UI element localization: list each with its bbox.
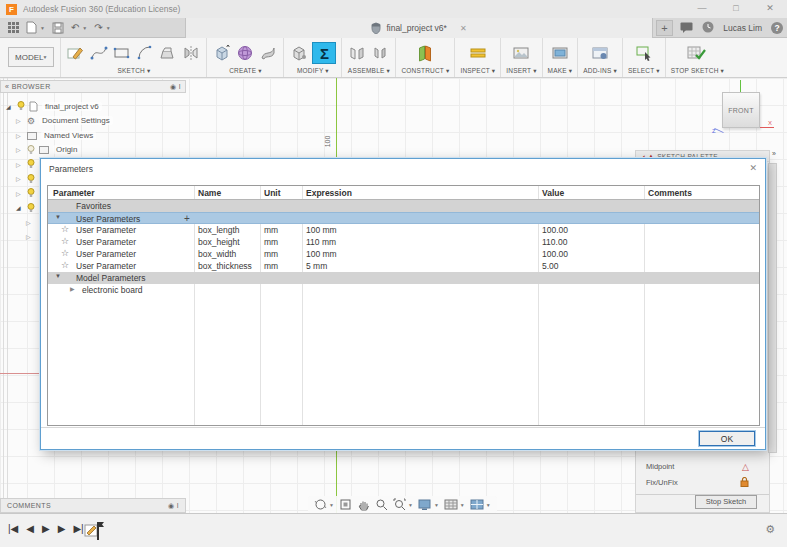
param-unit[interactable]: mm — [264, 237, 278, 247]
palette-option-fixunfix[interactable]: Fix/UnFix — [636, 475, 771, 490]
change-parameters-button[interactable]: Σ — [312, 42, 336, 64]
as-built-joint-icon[interactable] — [370, 43, 390, 63]
form-icon[interactable] — [235, 43, 255, 63]
favorite-star-icon[interactable]: ☆ — [61, 224, 69, 234]
timeline-sketch-feature[interactable] — [84, 520, 106, 546]
tree-row-document-settings[interactable]: ▷ ⚙ Document Settings — [16, 114, 160, 129]
group-label-select[interactable]: SELECT ▾ — [628, 67, 660, 75]
param-expression[interactable]: 5 mm — [306, 261, 327, 271]
expand-chevron-icon[interactable]: ▶ — [70, 285, 75, 292]
param-name[interactable]: box_length — [198, 225, 240, 235]
expand-icon[interactable]: ▷ — [16, 161, 23, 168]
tree-row-origin[interactable]: ▷ Origin — [16, 143, 160, 158]
group-label-assemble[interactable]: ASSEMBLE ▾ — [348, 67, 390, 75]
dialog-close-icon[interactable]: ✕ — [749, 163, 757, 173]
tab-close-icon[interactable]: ✕ — [460, 24, 467, 33]
panel-collapse-icon[interactable]: » — [772, 150, 776, 157]
help-button[interactable]: ? — [771, 22, 783, 34]
param-name[interactable]: box_width — [198, 249, 236, 259]
press-pull-icon[interactable] — [289, 43, 309, 63]
parameter-row[interactable]: ☆ User Parameter box_thickness mm 5 mm 5… — [48, 260, 759, 272]
orbit-dropdown-icon[interactable]: ▼ — [329, 502, 334, 508]
collapse-chevron-icon[interactable]: ▼ — [55, 273, 61, 279]
close-button[interactable]: ✕ — [753, 0, 787, 18]
stop-sketch-button[interactable]: Stop Sketch — [695, 495, 757, 509]
ok-button[interactable]: OK — [699, 431, 755, 446]
job-status-clock-icon[interactable] — [702, 19, 714, 37]
grid-layout-icon[interactable] — [444, 499, 458, 511]
visibility-bulb-icon[interactable] — [27, 174, 35, 184]
param-expression[interactable]: 100 mm — [306, 249, 337, 259]
rectangle-tool-icon[interactable] — [112, 43, 132, 63]
param-unit[interactable]: mm — [264, 225, 278, 235]
expand-icon[interactable]: ◢ — [16, 204, 23, 211]
param-unit[interactable]: mm — [264, 249, 278, 259]
insert-image-icon[interactable] — [511, 43, 531, 63]
tree-label[interactable]: Origin — [53, 145, 80, 154]
favorites-group-row[interactable]: Favorites — [48, 200, 759, 212]
parameter-row[interactable]: ☆ User Parameter box_length mm 100 mm 10… — [48, 224, 759, 236]
parameter-row[interactable]: ☆ User Parameter box_width mm 100 mm 100… — [48, 248, 759, 260]
spline-icon[interactable] — [89, 43, 109, 63]
minimize-button[interactable]: — — [685, 0, 719, 18]
save-icon[interactable] — [52, 22, 64, 34]
addins-icon[interactable] — [590, 43, 610, 63]
tree-row-root[interactable]: ◢ final_project v6 — [6, 99, 160, 114]
viewports-dropdown-icon[interactable]: ▼ — [486, 502, 491, 508]
visibility-bulb-icon[interactable] — [27, 188, 35, 198]
tree-label[interactable]: Document Settings — [39, 116, 113, 125]
visibility-bulb-icon[interactable] — [27, 203, 35, 213]
browser-header[interactable]: « BROWSER ◉ ǀ — [0, 80, 186, 93]
visibility-bulb-icon[interactable] — [27, 159, 35, 169]
expand-icon[interactable]: ▷ — [16, 175, 23, 182]
create-sketch-icon[interactable] — [66, 43, 86, 63]
construction-plane-icon[interactable] — [415, 43, 435, 63]
sketch-offset-icon[interactable] — [158, 43, 178, 63]
group-label-construct[interactable]: CONSTRUCT ▾ — [401, 67, 449, 75]
user-parameters-group-row[interactable]: ▼ User Parameters + — [48, 212, 759, 224]
grid-dropdown-icon[interactable]: ▼ — [460, 502, 465, 508]
timeline-end-icon[interactable]: ▶| — [73, 523, 83, 534]
orbit-icon[interactable] — [314, 498, 327, 511]
sketch-dimension-label[interactable]: 100 — [324, 136, 331, 148]
param-expression[interactable]: 110 mm — [306, 237, 336, 247]
palette-option-midpoint[interactable]: Midpoint △ — [636, 459, 771, 474]
browser-collapse-icon[interactable]: « — [5, 83, 12, 90]
model-parameters-group-row[interactable]: ▼ Model Parameters — [48, 272, 759, 284]
new-body-icon[interactable] — [212, 43, 232, 63]
tree-label[interactable]: final_project v6 — [42, 102, 102, 111]
parameter-row[interactable]: ☆ User Parameter box_height mm 110 mm 11… — [48, 236, 759, 248]
param-name[interactable]: box_thickness — [198, 261, 252, 271]
undo-dropdown-icon[interactable]: ▼ — [82, 25, 87, 31]
group-label-addins[interactable]: ADD-INS ▾ — [583, 67, 617, 75]
expand-icon[interactable]: ▷ — [16, 146, 23, 153]
visibility-bulb-icon[interactable] — [17, 101, 25, 111]
group-label-insert[interactable]: INSERT ▾ — [506, 67, 536, 75]
zoom-icon[interactable] — [375, 498, 388, 511]
viewports-icon[interactable] — [470, 499, 484, 511]
new-tab-button[interactable]: + — [656, 20, 673, 36]
param-expression[interactable]: 100 mm — [306, 225, 337, 235]
file-menu-dropdown-icon[interactable]: ▼ — [40, 25, 45, 31]
tree-row-named-views[interactable]: ▷ Named Views — [16, 128, 160, 143]
user-name[interactable]: Lucas Lim — [723, 23, 762, 33]
measure-icon[interactable] — [468, 43, 488, 63]
fit-dropdown-icon[interactable]: ▼ — [408, 502, 413, 508]
group-label-stop-sketch[interactable]: STOP SKETCH ▾ — [671, 67, 724, 75]
maximize-button[interactable]: □ — [719, 0, 753, 18]
timeline-settings-gear-icon[interactable]: ⚙ — [765, 523, 775, 536]
favorite-star-icon[interactable]: ☆ — [61, 236, 69, 246]
expand-icon[interactable]: ▷ — [16, 117, 23, 124]
expand-icon[interactable]: ◢ — [6, 103, 13, 110]
group-label-modify[interactable]: MODIFY ▾ — [297, 67, 329, 75]
pan-icon[interactable] — [357, 498, 370, 511]
favorite-star-icon[interactable]: ☆ — [61, 260, 69, 270]
tree-label[interactable]: Named Views — [41, 131, 96, 140]
comments-bar[interactable]: COMMENTS ◉ ǀ — [0, 498, 186, 513]
expand-icon[interactable]: ▷ — [26, 233, 33, 240]
workspace-selector[interactable]: MODEL▼ — [8, 47, 54, 67]
timeline-begin-icon[interactable]: |◀ — [8, 523, 18, 534]
param-name[interactable]: box_height — [198, 237, 240, 247]
group-label-sketch[interactable]: SKETCH ▾ — [117, 67, 150, 75]
look-at-icon[interactable] — [339, 498, 352, 511]
